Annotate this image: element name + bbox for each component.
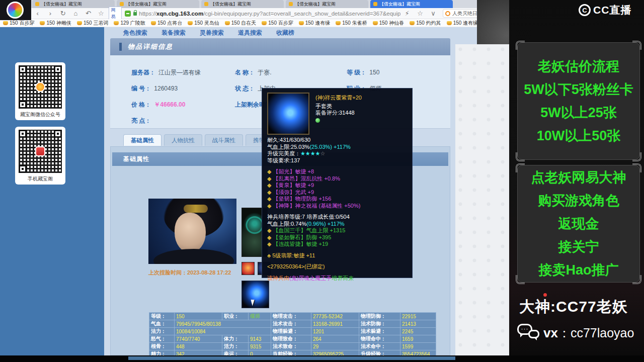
bookmark-item-3[interactable]: 150 三若词 bbox=[77, 20, 108, 27]
qr-code-wechat bbox=[19, 65, 62, 109]
face-time-text: 上次捏脸时间：2023-08-28 17:22 bbox=[148, 269, 231, 277]
ingot-icon bbox=[40, 21, 45, 25]
bookmark-item-9[interactable]: 150 逢有缘 bbox=[299, 20, 330, 27]
bookmark-label: 150 神雕侠 bbox=[46, 20, 71, 27]
bookmark-item-10[interactable]: 150 朱雀桥 bbox=[336, 20, 367, 27]
gem-line-3: ◆【黄泉】敏捷 +9 bbox=[267, 182, 407, 189]
browser-tab-4[interactable]: 【倩女幽魂】藏宝阁 bbox=[286, 0, 368, 8]
stat-label: 法术防御： bbox=[359, 320, 400, 328]
streamer-name: 大神:CC77老妖 bbox=[519, 297, 628, 317]
bookmark-item-6[interactable]: 150 灵岛仙 bbox=[188, 20, 219, 27]
browser-tab-5[interactable]: 【倩女幽魂】藏宝阁 bbox=[370, 0, 453, 8]
stat-label: 法术致命： bbox=[271, 343, 311, 350]
bookmark-label: 150 自在天 bbox=[231, 20, 256, 27]
ingot-icon bbox=[151, 21, 156, 25]
browser-tab-2[interactable]: 【倩女幽魂】藏宝阁 bbox=[117, 0, 199, 8]
stat-label: 怒气： bbox=[149, 335, 175, 343]
stat-value: 79945/79945/80138 bbox=[175, 320, 271, 328]
attr-tab-3[interactable]: 战斗属性 bbox=[205, 134, 243, 146]
ingot-icon bbox=[299, 21, 304, 25]
hp-line-2: 气血上限:0.74%(0.96%) +117% bbox=[267, 221, 407, 228]
browser-logo-icon[interactable] bbox=[7, 2, 24, 19]
stat-label: 活力： bbox=[222, 343, 249, 350]
bind-line: <2793250364>(已绑定) bbox=[267, 263, 407, 270]
bookmark-item-2[interactable]: 150 神雕侠 bbox=[40, 20, 71, 27]
back-icon[interactable]: ‹ bbox=[31, 10, 44, 17]
browser-logo-block bbox=[0, 0, 31, 20]
address-bar[interactable]: https://xqn.cbg.163.com/cgi-bin/equipque… bbox=[139, 11, 400, 17]
attr-tab-2[interactable]: 人物抗性 bbox=[164, 134, 202, 146]
diamond-icon: ◆ bbox=[267, 182, 271, 188]
bookmark-item-5[interactable]: 150 点将台 bbox=[151, 20, 182, 27]
overlay-text-line-2: 购买游戏角色 bbox=[538, 189, 619, 212]
stat-label: 根骨： bbox=[149, 343, 175, 350]
stat-value: 7740/7740 bbox=[175, 335, 222, 343]
stat-value: 264 bbox=[311, 335, 359, 343]
attr-tab-1[interactable]: 基础属性 bbox=[123, 134, 162, 146]
ingot-icon bbox=[373, 21, 378, 25]
stat-value: 1659 bbox=[400, 335, 436, 343]
undo-icon[interactable]: ↶ bbox=[82, 10, 95, 17]
tooltip-item-icon bbox=[267, 93, 309, 135]
tab-favicon bbox=[289, 2, 293, 6]
flash-icon[interactable]: ⚡ bbox=[400, 10, 414, 17]
bookmark-item-12[interactable]: 150 灼灼其 bbox=[410, 20, 441, 27]
home-icon[interactable]: ⌂ bbox=[69, 10, 82, 17]
stat-value: 1599 bbox=[400, 343, 436, 350]
refresh-icon[interactable]: ↻ bbox=[56, 10, 69, 17]
forward-icon[interactable]: › bbox=[44, 10, 56, 17]
bonus-line-1: ◆【血国三千】气血上限 +1315 bbox=[267, 227, 407, 234]
qr-card-mobile: 手机藏宝阁 bbox=[15, 127, 65, 185]
page-body: 藏宝阁微信公众号 手机藏宝阁 角色搜索装备搜索灵兽搜索道具搜索收藏榜 物品详细信… bbox=[0, 27, 509, 355]
stat-value: 21413 bbox=[400, 320, 436, 328]
bookmark-item-1[interactable]: 150 百步穿 bbox=[3, 20, 34, 27]
browser-tabs: 【倩女幽魂】藏宝阁【倩女幽魂】藏宝阁【倩女幽魂】藏宝阁【倩女幽魂】藏宝阁【倩女幽… bbox=[32, 0, 455, 8]
gem-lines: ◆【韶光】敏捷 +8◆【乱离邑】混乱抗性 +0.8%◆【黄泉】敏捷 +9◆【须弥… bbox=[267, 168, 407, 209]
cultivate-line: 神兵培养等级:7 培养成长值:0/504 bbox=[267, 214, 407, 221]
browser-navbar: ‹ › ↻ ⌂ ↶ ☆ 网易 https://xqn.cbg.163.com/c… bbox=[31, 8, 509, 19]
diamond-icon: ◆ bbox=[267, 168, 271, 174]
page-nav-tab-3[interactable]: 灵兽搜索 bbox=[200, 29, 224, 37]
page-title: 物品详细信息 bbox=[128, 42, 173, 51]
tab-favicon bbox=[120, 2, 124, 6]
overlay-text-line-2: 5W以下5张粉丝卡 bbox=[524, 78, 633, 101]
clover-icon: ♣ bbox=[267, 252, 271, 258]
stat-value: 22915 bbox=[400, 313, 436, 320]
favorite-star-icon[interactable]: ☆ bbox=[95, 10, 107, 17]
page-nav-tab-2[interactable]: 装备搜索 bbox=[162, 29, 186, 37]
page-nav-tab-5[interactable]: 收藏榜 bbox=[276, 29, 294, 37]
chat-bubbles-icon: ··· bbox=[517, 323, 539, 343]
table-row: 等级：150职业：偃师物理攻击：27735-52342物理防御：22915 bbox=[149, 313, 436, 320]
page-nav-tab-1[interactable]: 角色搜索 bbox=[123, 29, 147, 37]
dropdown-chevron-icon[interactable]: ∨ bbox=[427, 10, 440, 17]
level-value: 150 bbox=[369, 69, 379, 76]
diamond-icon: ◆ bbox=[267, 234, 271, 240]
ingot-icon bbox=[225, 21, 230, 25]
bookmark-item-13[interactable]: 150 逢有缘 bbox=[447, 20, 478, 27]
stat-value: 448 bbox=[175, 343, 222, 350]
stat-value: 29 bbox=[311, 343, 359, 350]
stat-label: 物理命中： bbox=[359, 335, 400, 343]
overlay-text-line-3: 5W以上25张 bbox=[540, 101, 617, 124]
netease-badge: 网易 bbox=[109, 7, 121, 21]
ssl-lock-icon bbox=[133, 12, 137, 16]
ingot-icon bbox=[410, 21, 415, 25]
bottom-page-strip bbox=[128, 356, 455, 360]
section-header: 物品详细信息 bbox=[110, 38, 450, 55]
stars-filled: ★★★★ bbox=[300, 150, 320, 156]
bookmark-item-4[interactable]: 129 广陵散 bbox=[114, 20, 145, 27]
stat-value: 27735-52342 bbox=[311, 313, 359, 320]
level-label: 等 级： bbox=[347, 69, 366, 76]
browser-tab-3[interactable]: 【倩女幽魂】藏宝阁 bbox=[201, 0, 284, 8]
bookmark-item-11[interactable]: 150 神仙眷 bbox=[373, 20, 404, 27]
browser-window: 【倩女幽魂】藏宝阁【倩女幽魂】藏宝阁【倩女幽魂】藏宝阁【倩女幽魂】藏宝阁【倩女幽… bbox=[0, 0, 509, 355]
perfect-line: 升级完美度：★★★★☆ bbox=[267, 150, 407, 157]
page-nav-tab-4[interactable]: 道具搜索 bbox=[238, 29, 262, 37]
bookmark-item-8[interactable]: 150 百步穿 bbox=[262, 20, 293, 27]
ingot-icon bbox=[77, 21, 82, 25]
bookmark-item-7[interactable]: 150 自在天 bbox=[225, 20, 256, 27]
item-icon-small-1[interactable] bbox=[242, 262, 255, 275]
browser-tab-1[interactable]: 【倩女幽魂】藏宝阁 bbox=[32, 0, 115, 8]
bookmark-star-icon[interactable]: ☆ bbox=[414, 10, 427, 17]
youdao-icon[interactable] bbox=[125, 11, 131, 17]
